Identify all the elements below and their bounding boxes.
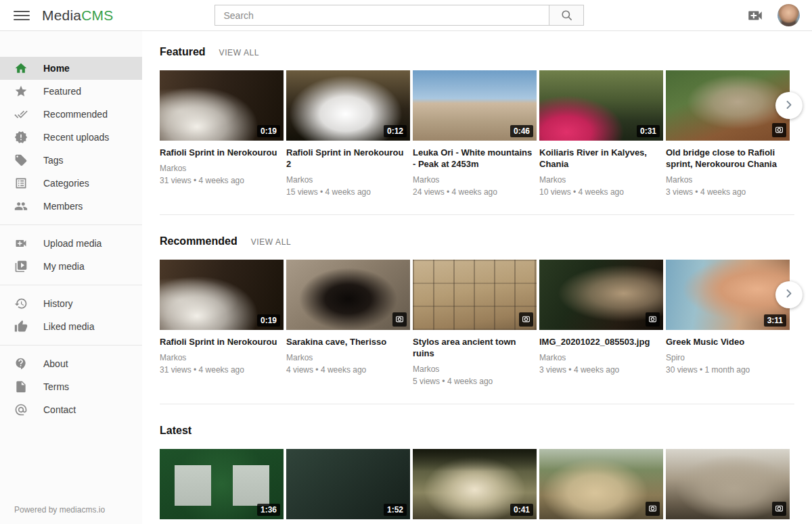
app-logo[interactable]: MediaCMS	[42, 7, 113, 24]
media-card[interactable]: 0:46Leuka Ori - White mountains - Peak a…	[413, 70, 537, 197]
media-card[interactable]: 1:52Avatar AangDickson Jr.12 views • 1 w…	[286, 449, 410, 524]
media-author[interactable]: Markos	[160, 164, 284, 173]
media-card[interactable]: IMG_20201022_085503.jpgMarkos3 views • 4…	[539, 260, 663, 386]
media-card[interactable]: 3:11Greek Music VideoSpiro30 views • 1 m…	[666, 260, 790, 386]
media-meta: 31 views • 4 weeks ago	[160, 365, 284, 375]
search-button[interactable]	[549, 5, 584, 26]
media-card[interactable]: 0:41Forest - 49981.mp4test17 views • 3 w…	[413, 449, 537, 524]
upload-media-icon[interactable]	[746, 7, 764, 24]
media-thumbnail[interactable]: 0:12	[286, 70, 410, 141]
media-title[interactable]: Rafioli Sprint in Nerokourou	[160, 147, 284, 159]
section-title: Featured	[160, 46, 206, 58]
sidebar-item-label: Members	[43, 201, 83, 212]
sidebar-item-label: Tags	[43, 155, 64, 166]
media-author[interactable]: Markos	[160, 353, 284, 362]
media-title[interactable]: Old bridge close to Rafioli sprint, Nero…	[666, 147, 790, 170]
sidebar-item-history[interactable]: History	[0, 292, 142, 315]
sidebar-item-liked-media[interactable]: Liked media	[0, 315, 142, 338]
media-title[interactable]: Koiliaris River in Kalyves, Chania	[539, 147, 663, 170]
sidebar-item-label: Upload media	[43, 238, 102, 249]
media-thumbnail[interactable]: 0:19	[160, 70, 284, 141]
media-thumbnail[interactable]: 1:52	[286, 449, 410, 519]
sidebar-item-my-media[interactable]: My media	[0, 255, 142, 278]
sidebar: HomeFeaturedRecommendedRecent uploadsTag…	[0, 31, 142, 524]
media-card[interactable]: IMG_20201023_104106.jpgMarkos4 views • 4…	[539, 449, 663, 524]
media-card[interactable]: Stylos area ancient town ruinsMarkos5 vi…	[413, 260, 537, 386]
sidebar-item-label: Contact	[43, 404, 76, 415]
media-title[interactable]: Sarakina cave, Therisso	[286, 337, 410, 348]
media-author[interactable]: Markos	[286, 175, 410, 185]
carousel-next-button[interactable]	[775, 92, 803, 119]
media-author[interactable]: Markos	[413, 175, 537, 185]
duration-badge: 1:36	[257, 504, 280, 516]
sidebar-item-label: My media	[43, 261, 85, 272]
sidebar-item-contact[interactable]: Contact	[0, 398, 142, 421]
sidebar-item-label: Recent uploads	[43, 132, 109, 143]
section-title: Latest	[160, 425, 191, 437]
view-all-link[interactable]: VIEW ALL	[219, 48, 260, 57]
user-avatar[interactable]	[777, 4, 800, 26]
media-title[interactable]: IMG_20201022_085503.jpg	[539, 337, 663, 348]
sidebar-item-label: About	[43, 358, 68, 369]
media-card[interactable]: Sarakina cave, TherissoMarkos4 views • 4…	[286, 260, 410, 386]
media-author[interactable]: Spiro	[666, 353, 790, 362]
sidebar-item-label: Featured	[43, 86, 81, 97]
view-all-link[interactable]: VIEW ALL	[251, 237, 292, 247]
search-icon	[560, 9, 573, 22]
media-title[interactable]: Greek Music Video	[666, 337, 790, 348]
main-content: FeaturedVIEW ALL0:19Rafioli Sprint in Ne…	[142, 31, 812, 524]
media-thumbnail[interactable]	[539, 260, 663, 330]
photo-badge-icon	[519, 312, 533, 327]
sidebar-item-home[interactable]: Home	[0, 57, 142, 80]
hamburger-menu-icon[interactable]	[14, 7, 30, 24]
media-thumbnail[interactable]: 0:19	[160, 260, 284, 330]
media-thumbnail[interactable]: 0:41	[413, 449, 537, 519]
media-thumbnail[interactable]	[539, 449, 663, 519]
media-card[interactable]: 0:19Rafioli Sprint in NerokourouMarkos31…	[160, 70, 284, 197]
media-meta: 3 views • 4 weeks ago	[666, 187, 790, 197]
sidebar-item-terms[interactable]: Terms	[0, 375, 142, 398]
media-author[interactable]: Markos	[666, 175, 790, 185]
sidebar-item-featured[interactable]: Featured	[0, 80, 142, 103]
media-title[interactable]: Stylos area ancient town ruins	[413, 337, 537, 360]
sidebar-item-recommended[interactable]: Recommended	[0, 103, 142, 126]
media-title[interactable]: Rafioli Sprint in Nerokourou 2	[286, 147, 410, 170]
media-title[interactable]: Leuka Ori - White mountains - Peak at 24…	[413, 147, 537, 170]
media-author[interactable]: Markos	[539, 175, 663, 185]
duration-badge: 0:19	[257, 125, 280, 137]
media-thumbnail[interactable]	[286, 260, 410, 330]
sidebar-item-upload-media[interactable]: Upload media	[0, 232, 142, 255]
media-card[interactable]: IMG_20201023_101211.jpgMarkos4 views • 4…	[666, 449, 790, 524]
media-author[interactable]: Markos	[286, 353, 410, 362]
sidebar-item-members[interactable]: Members	[0, 195, 142, 218]
media-author[interactable]: Markos	[413, 364, 537, 374]
media-thumbnail[interactable]	[666, 70, 790, 141]
media-thumbnail[interactable]: 3:11	[666, 260, 790, 330]
photo-badge-icon	[772, 502, 786, 516]
media-thumbnail[interactable]: 0:31	[539, 70, 663, 141]
section-divider	[160, 404, 794, 404]
media-title[interactable]: Rafioli Sprint in Nerokourou	[160, 337, 284, 348]
media-card[interactable]: 0:12Rafioli Sprint in Nerokourou 2Markos…	[286, 70, 410, 197]
carousel-next-button[interactable]	[775, 281, 803, 308]
media-meta: 31 views • 4 weeks ago	[160, 176, 284, 185]
media-card[interactable]: 0:31Koiliaris River in Kalyves, ChaniaMa…	[539, 70, 663, 197]
sidebar-item-recent-uploads[interactable]: Recent uploads	[0, 126, 142, 149]
media-thumbnail[interactable]: 1:36	[160, 449, 284, 519]
media-row: 0:19Rafioli Sprint in NerokourouMarkos31…	[160, 70, 792, 197]
at-email-icon	[14, 403, 28, 416]
search-input[interactable]	[215, 5, 549, 26]
media-thumbnail[interactable]: 0:46	[413, 70, 537, 141]
media-thumbnail[interactable]	[413, 260, 537, 330]
media-card[interactable]: Old bridge close to Rafioli sprint, Nero…	[666, 70, 790, 197]
media-thumbnail[interactable]	[666, 449, 790, 519]
sidebar-item-categories[interactable]: Categories	[0, 172, 142, 195]
history-icon	[14, 297, 28, 310]
media-author[interactable]: Markos	[539, 353, 663, 362]
top-bar: MediaCMS	[0, 0, 812, 31]
sidebar-item-about[interactable]: About	[0, 352, 142, 375]
sidebar-item-tags[interactable]: Tags	[0, 149, 142, 172]
document-icon	[14, 380, 28, 394]
media-card[interactable]: 0:19Rafioli Sprint in NerokourouMarkos31…	[160, 260, 284, 386]
media-card[interactable]: 1:36Corona HuntDickson Jr.6 views • 4 da…	[160, 449, 284, 524]
